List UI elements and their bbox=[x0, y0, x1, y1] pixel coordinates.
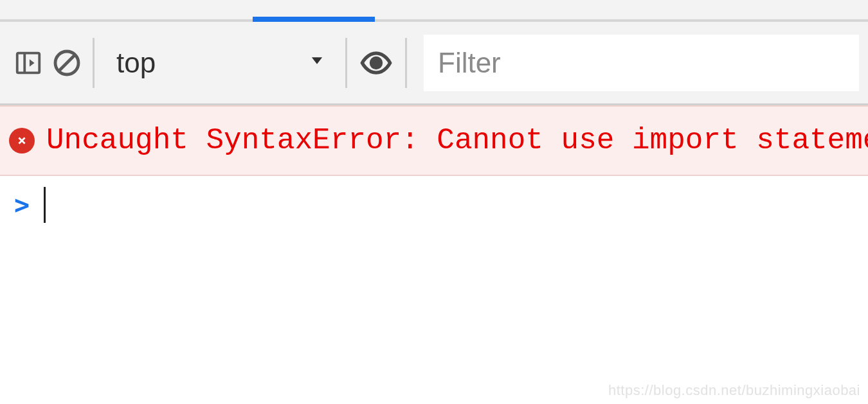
console-messages: Uncaught SyntaxError: Cannot use import … bbox=[0, 105, 868, 176]
toggle-sidebar-button[interactable] bbox=[9, 44, 48, 82]
svg-marker-5 bbox=[312, 57, 322, 64]
text-cursor bbox=[44, 187, 46, 223]
filter-field-wrap bbox=[424, 35, 859, 91]
error-icon bbox=[9, 128, 35, 154]
console-message-error[interactable]: Uncaught SyntaxError: Cannot use import … bbox=[0, 105, 868, 176]
watermark-text: https://blog.csdn.net/buzhimingxiaobai bbox=[608, 382, 860, 399]
execution-context-label: top bbox=[116, 47, 156, 79]
svg-line-4 bbox=[59, 55, 75, 71]
filter-input[interactable] bbox=[438, 47, 845, 79]
devtools-tabstrip bbox=[0, 0, 868, 22]
svg-marker-2 bbox=[30, 59, 35, 67]
console-prompt[interactable]: > bbox=[0, 176, 868, 234]
toggle-panel-icon bbox=[14, 48, 43, 78]
live-expression-icon bbox=[359, 46, 393, 80]
svg-rect-0 bbox=[17, 53, 40, 73]
execution-context-select[interactable]: top bbox=[101, 22, 339, 103]
clear-console-button[interactable] bbox=[48, 44, 86, 82]
prompt-caret-icon: > bbox=[14, 190, 30, 220]
console-toolbar: top bbox=[0, 22, 868, 105]
svg-point-6 bbox=[371, 58, 381, 67]
clear-console-icon bbox=[51, 48, 82, 78]
active-tab-indicator bbox=[253, 17, 375, 22]
console-message-text: Uncaught SyntaxError: Cannot use import … bbox=[46, 124, 868, 157]
create-live-expression-button[interactable] bbox=[354, 46, 399, 80]
chevron-down-icon bbox=[308, 51, 326, 74]
toolbar-separator bbox=[93, 38, 95, 88]
toolbar-separator bbox=[345, 38, 347, 88]
toolbar-separator bbox=[405, 38, 407, 88]
